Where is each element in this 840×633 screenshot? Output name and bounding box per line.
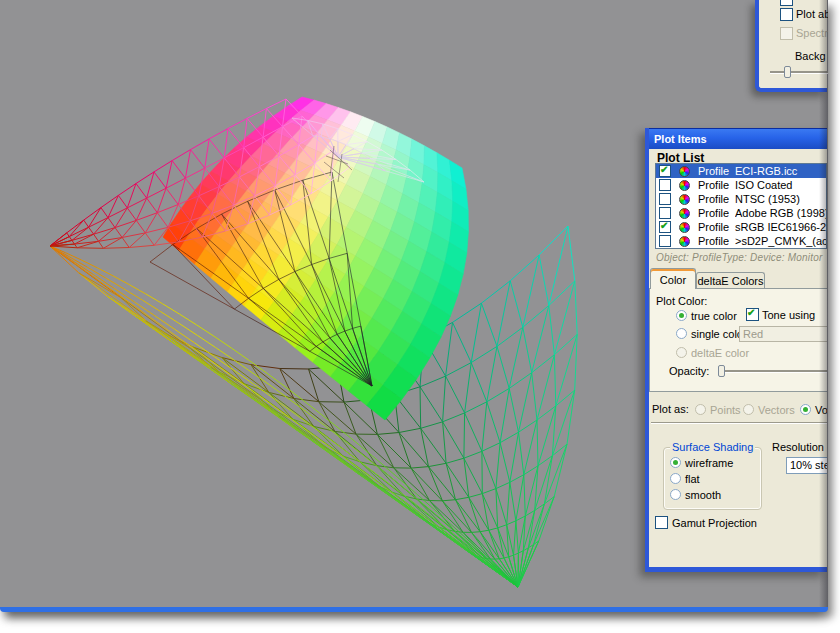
check-icon: ✔ [660, 164, 668, 175]
item-checkbox[interactable]: ✔ [659, 235, 671, 247]
single-color-combo: Red [739, 326, 827, 342]
gamut-projection-checkbox[interactable]: ✔ [655, 516, 668, 529]
app-window: ✔ ✔ Plot ab ✔ Spectru Backg Plot Items P… [0, 0, 828, 612]
resolution-combo[interactable]: 10% steps [786, 457, 827, 474]
plot-as-points-radio [695, 404, 706, 415]
item-type: Profile [698, 179, 735, 191]
resolution-label: Resolution [772, 441, 824, 454]
wireframe-radio[interactable] [670, 457, 681, 468]
panel-body: Plot List ✔ Profile ECI-RGB.icc ✔ Profil… [649, 149, 827, 567]
panel-titlebar[interactable]: Plot Items [645, 128, 827, 149]
list-item[interactable]: ✔ Profile Adobe RGB (1998) [656, 206, 826, 220]
plot-as-volume-label: Volume [815, 404, 827, 417]
list-item[interactable]: ✔ Profile >sD2P_CMYK_(ac [656, 234, 826, 248]
spectrum-label: Spectru [796, 27, 828, 40]
tone-using-label: Tone using [762, 309, 815, 322]
single-color-radio[interactable] [676, 328, 687, 339]
plot-color-label: Plot Color: [656, 295, 707, 308]
gamut-projection-label: Gamut Projection [672, 517, 757, 530]
opacity-label: Opacity: [669, 365, 709, 378]
item-checkbox[interactable]: ✔ [659, 193, 671, 205]
partial-checkbox[interactable]: ✔ [780, 0, 793, 6]
list-item[interactable]: ✔ Profile sRGB IEC61966-2.1 [656, 220, 826, 234]
item-type: Profile [698, 165, 735, 177]
tab-color[interactable]: Color [650, 268, 696, 289]
plot-options-dialog: ✔ ✔ Plot ab ✔ Spectru Backg [755, 0, 827, 92]
screenshot: ✔ ✔ Plot ab ✔ Spectru Backg Plot Items P… [0, 0, 840, 633]
color-wheel-icon [679, 194, 690, 205]
deltae-color-label: deltaE color [691, 347, 749, 360]
deltae-color-radio [676, 347, 687, 358]
list-item[interactable]: ✔ Profile ECI-RGB.icc [656, 164, 826, 178]
item-checkbox[interactable]: ✔ [659, 221, 671, 233]
color-wheel-icon [679, 208, 690, 219]
true-color-label: true color [691, 310, 737, 323]
background-slider-track[interactable] [770, 71, 828, 73]
wireframe-label: wireframe [685, 457, 733, 470]
check-icon: ✔ [660, 220, 668, 231]
plot-list: ✔ Profile ECI-RGB.icc ✔ Profile ISO Coat… [655, 163, 827, 249]
list-item[interactable]: ✔ Profile ISO Coated [656, 178, 826, 192]
item-checkbox[interactable]: ✔ [659, 179, 671, 191]
plot-as-vectors-label: Vectors [758, 404, 795, 417]
spectrum-checkbox: ✔ [780, 27, 793, 40]
item-name: ECI-RGB.icc [735, 165, 826, 177]
color-wheel-icon [679, 222, 690, 233]
plot-as-vectors-radio [743, 404, 754, 415]
tab-deltae-colors[interactable]: deltaE Colors [696, 272, 765, 289]
smooth-label: smooth [685, 489, 721, 502]
color-wheel-icon [679, 180, 690, 191]
color-wheel-icon [679, 166, 690, 177]
plot-as-points-label: Points [710, 404, 741, 417]
list-item[interactable]: ✔ Profile NTSC (1953) [656, 192, 826, 206]
background-slider-thumb[interactable] [784, 66, 791, 78]
color-wheel-icon [679, 236, 690, 247]
status-line: Object: ProfileType: Device: Monitor [656, 252, 825, 263]
plot-as-label: Plot as: [652, 403, 689, 416]
true-color-radio[interactable] [676, 310, 687, 321]
surface-shading-title: Surface Shading [670, 441, 755, 453]
flat-label: flat [685, 473, 700, 486]
plot-ab-checkbox[interactable]: ✔ [780, 8, 793, 21]
smooth-radio[interactable] [670, 489, 681, 500]
background-label: Backg [795, 50, 826, 63]
plot-as-volume-radio[interactable] [800, 404, 811, 415]
item-name: Adobe RGB (1998) [735, 207, 826, 219]
check-icon: ✔ [747, 307, 755, 318]
item-name: ISO Coated [735, 179, 826, 191]
flat-radio[interactable] [670, 473, 681, 484]
item-type: Profile [698, 193, 735, 205]
plot-items-panel: Plot Items Plot List ✔ Profile ECI-RGB.i… [645, 128, 827, 572]
item-type: Profile [698, 235, 735, 247]
opacity-slider-track[interactable] [718, 370, 827, 372]
panel-title: Plot Items [654, 133, 707, 145]
item-name: sRGB IEC61966-2.1 [735, 221, 826, 233]
item-checkbox[interactable]: ✔ [659, 165, 671, 177]
tone-using-checkbox[interactable]: ✔ [746, 308, 759, 321]
item-name: >sD2P_CMYK_(ac [735, 235, 826, 247]
item-name: NTSC (1953) [735, 193, 826, 205]
plot-ab-label: Plot ab [796, 8, 828, 21]
item-type: Profile [698, 207, 735, 219]
color-tab-page: Plot Color: true color ✔ Tone using sing… [649, 288, 827, 392]
opacity-slider-thumb[interactable] [718, 365, 725, 377]
divider [651, 422, 827, 424]
item-type: Profile [698, 221, 735, 233]
item-checkbox[interactable]: ✔ [659, 207, 671, 219]
